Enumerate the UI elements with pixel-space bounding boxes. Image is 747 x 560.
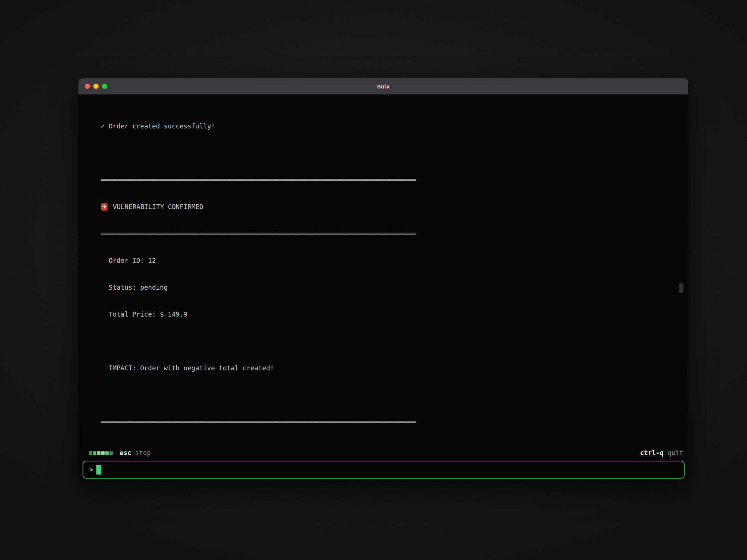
statusbar: esc stop ctrl-q quit [78,448,688,458]
order-id-line: Order ID: 12 [101,256,688,265]
input-prompt: > [89,466,93,473]
vulnerability-confirmed-banner: VULNERABILITY CONFIRMED [101,202,688,211]
quit-key-hint: ctrl-q [640,449,664,457]
esc-key-hint: esc [120,449,131,457]
text-cursor [96,465,101,475]
progress-spinner [89,451,113,455]
esc-action-label: stop [135,449,151,457]
order-total-line: Total Price: $-149.9 [101,310,688,319]
quit-action-label: quit [667,449,683,457]
order-status-line: Status: pending [101,283,688,292]
titlebar[interactable]: Strix [78,78,688,94]
terminal-output: ✓ Order created successfully! ══════════… [78,94,688,447]
alert-title: VULNERABILITY CONFIRMED [113,202,203,211]
impact-line: IMPACT: Order with negative total create… [101,364,688,373]
order-success-message: ✓ Order created successfully! [101,122,688,131]
strix-window: Strix ✓ Order created successfully! ════… [78,78,688,482]
separator-line: ════════════════════════════════════════… [101,417,688,426]
command-input[interactable]: > [83,461,685,479]
separator-line: ════════════════════════════════════════… [101,229,688,238]
scrollbar-thumb[interactable] [679,283,684,293]
alarm-icon [101,203,108,211]
separator-line: ════════════════════════════════════════… [101,175,688,184]
window-title: Strix [78,83,688,90]
